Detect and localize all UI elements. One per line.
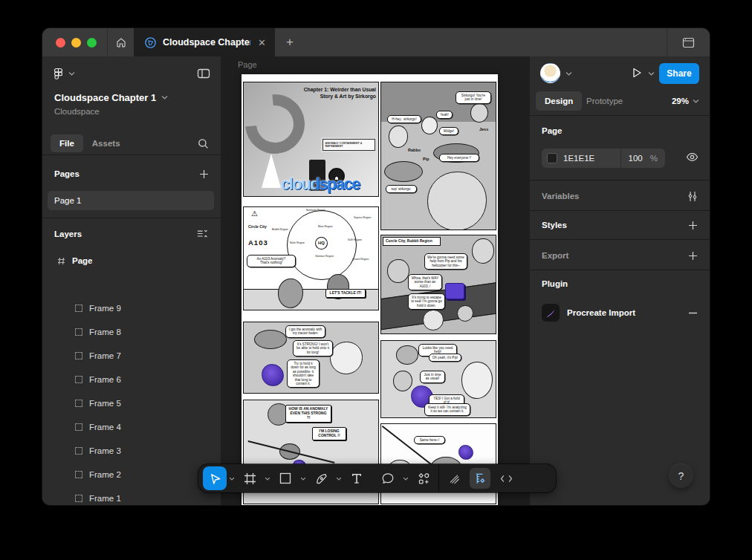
comic-panel: I got the anomaly with my tractor beam-I… [243,322,379,394]
frame-tool-chevron[interactable] [262,477,273,481]
share-button[interactable]: Share [659,63,699,84]
canvas[interactable]: Page Chapter 1: Weirder than UsualStory … [221,56,530,505]
comic-text: HOW IS AN ANOMALY EVEN THIS STRONG ?! [285,405,331,423]
present-button[interactable] [630,66,644,79]
procreate-plugin-icon [542,304,560,322]
file-type-icon [144,36,157,49]
project-name[interactable]: Cloudspace [54,107,100,116]
comic-text: Bubbli Region [272,228,291,231]
collapse-layers-button[interactable] [197,229,209,239]
layer-row-page[interactable]: Page [42,249,221,273]
comment-tool-chevron[interactable] [401,477,411,481]
comic-text: Story & Art by Sirkorgo [287,94,376,100]
move-tool-button[interactable] [203,466,227,490]
opacity-value[interactable]: 100 [629,154,643,163]
search-icon [198,138,209,149]
figma-menu-button[interactable] [53,68,75,80]
play-icon [630,66,644,79]
pages-header: Pages [54,169,80,178]
draw-mode-button[interactable] [441,464,467,492]
shape-tool-button[interactable] [273,464,298,492]
panel-layout-icon [197,68,210,79]
tab-design[interactable]: Design [536,91,582,111]
layer-row-frame[interactable]: Frame 2 [42,463,221,486]
canvas-page-label[interactable]: Page [238,60,257,69]
plus-icon [688,251,698,261]
layer-row-frame[interactable]: Frame 3 [42,439,221,463]
new-tab-button[interactable]: + [275,28,305,56]
layer-row-frame[interactable]: Frame 4 [42,415,221,439]
avatar[interactable] [540,63,560,83]
color-hex-value[interactable]: 1E1E1E [563,154,594,163]
comic-text: Oh yeah, it's Pip! [429,354,461,362]
window-switcher-button[interactable] [667,28,710,56]
text-tool-button[interactable] [344,464,369,492]
search-button[interactable] [198,138,209,149]
frame-tool-button[interactable] [237,464,262,492]
add-style-button[interactable] [688,221,698,230]
layer-row-frame[interactable]: Frame 1 [42,486,221,505]
comic-text: Supera Region [354,216,375,219]
comic-art-circle [423,310,444,331]
home-button[interactable] [107,28,134,56]
comment-tool-button[interactable] [375,464,401,492]
layer-label: Frame 6 [89,375,121,384]
comic-art-circle [421,117,438,134]
plus-icon [199,169,209,179]
layer-row-frame[interactable]: Frame 8 [42,320,221,344]
minimize-window-button[interactable] [71,38,81,48]
text-tool-icon [351,472,363,484]
page-color-row[interactable]: 1E1E1E 100 % [542,149,665,168]
collapse-list-icon [197,229,209,239]
close-window-button[interactable] [56,38,65,48]
tab-bar-spacer [305,28,667,56]
help-button[interactable]: ? [670,464,693,487]
dev-mode-button[interactable] [493,464,519,492]
comic-text: Glomani Region [315,255,336,258]
color-swatch[interactable] [547,153,557,163]
layers-header: Layers [54,229,82,238]
help-label: ? [678,470,684,482]
layer-row-frame[interactable]: Frame 5 [42,391,221,415]
layer-row-frame[interactable]: Frame 7 [42,344,221,368]
add-export-button[interactable] [688,251,698,261]
open-variables-button[interactable] [687,191,698,202]
comic-text: Try to hold it down for as long as possi… [287,359,320,388]
add-page-button[interactable] [199,169,209,179]
present-chevron-icon[interactable] [648,71,655,76]
avatar-chevron-icon[interactable] [565,71,572,76]
plugin-name[interactable]: Procreate Import [567,308,635,317]
comic-text: cloudspace [263,175,377,194]
shape-tool-chevron[interactable] [298,477,308,481]
toggle-sidebar-button[interactable] [197,68,210,79]
comic-panel: ⚠Circle CityA103HQNotmami RegionSupera R… [243,206,379,310]
comic-page[interactable]: Chapter 1: Weirder than UsualStory & Art… [242,74,498,505]
file-name-chevron-icon[interactable] [161,95,168,100]
comic-art-circle [472,238,494,264]
pen-tool-chevron[interactable] [334,477,344,481]
move-tool-chevron[interactable] [227,477,237,481]
pen-tool-button[interactable] [308,464,334,492]
file-tab[interactable]: Cloudspace Chapter 1 ✕ [134,28,275,56]
tab-assets[interactable]: Assets [92,139,120,148]
annotate-mode-button[interactable] [470,468,490,489]
zoom-window-button[interactable] [87,38,97,48]
tab-title: Cloudspace Chapter 1 [163,37,250,48]
page-item-label: Page 1 [54,196,81,205]
close-tab-icon[interactable]: ✕ [256,37,268,48]
layer-row-frame[interactable]: Frame 9 [42,296,221,320]
percent-sign: % [650,154,658,163]
comic-text: HQ [315,237,328,250]
remove-plugin-button[interactable] [688,312,698,314]
layer-row-frame[interactable]: Frame 6 [42,368,221,391]
page-list-item[interactable]: Page 1 [48,191,214,210]
tab-prototype[interactable]: Prototype [586,91,623,111]
comic-text: ANOMALY CONTAINMENT & REFINEMENT [322,139,375,151]
layer-label: Frame 7 [89,351,121,360]
toggle-visibility-button[interactable] [686,152,698,162]
zoom-menu[interactable]: 29% [672,91,699,111]
actions-button[interactable] [411,464,436,492]
tab-file[interactable]: File [51,134,83,152]
page-section-header: Page [542,126,563,135]
chevron-down-icon [68,71,75,76]
